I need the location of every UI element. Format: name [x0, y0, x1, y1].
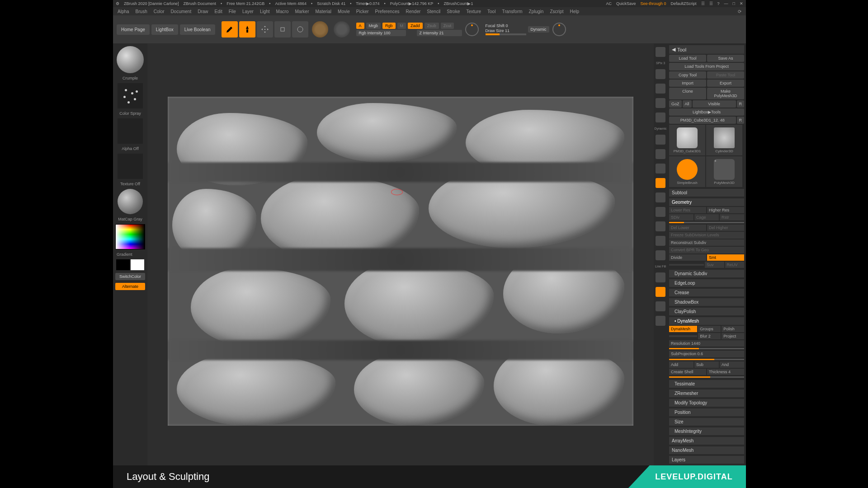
modifytopology-section[interactable]: Modify Topology [669, 399, 744, 407]
goz-button[interactable]: GoZ [669, 100, 682, 108]
dellower-button[interactable]: Del Lower [669, 225, 706, 231]
menu-marker[interactable]: Marker [295, 9, 309, 14]
menu-stroke[interactable]: Stroke [447, 9, 460, 14]
edgeloop-section[interactable]: EdgeLoop [669, 279, 744, 287]
subtool-section[interactable]: Subtool [669, 189, 744, 197]
menu-stencil[interactable]: Stencil [427, 9, 440, 14]
focalshift-label[interactable]: Focal Shift 0 [486, 23, 526, 28]
edit-mode-button[interactable] [222, 21, 238, 38]
layers-section[interactable]: Layers [669, 456, 744, 464]
spix-label[interactable]: SPix 3 [656, 61, 665, 65]
makepolymesh-button[interactable]: Make PolyMesh3D [707, 88, 744, 99]
homepage-button[interactable]: Home Page [117, 24, 150, 35]
local-icon[interactable] [656, 164, 665, 174]
divide-button[interactable]: Divide [669, 254, 706, 261]
menu-macro[interactable]: Macro [276, 9, 289, 14]
scale-mode-button[interactable] [274, 21, 291, 38]
seethrough-slider[interactable]: See-through 0 [640, 1, 666, 6]
collapse-icon[interactable]: ◀ [672, 47, 675, 52]
solo-icon[interactable] [656, 301, 665, 311]
persp-icon[interactable] [656, 135, 665, 145]
move-icon[interactable] [656, 221, 665, 231]
freeze-button[interactable]: Freeze SubDivision Levels [669, 232, 744, 239]
toolname-r-button[interactable]: R [737, 117, 745, 124]
subprojection-track[interactable] [669, 359, 744, 360]
frame-icon[interactable] [656, 207, 665, 217]
loadfromproject-button[interactable]: Load Tools From Project [669, 63, 744, 70]
material-preview[interactable] [118, 189, 143, 214]
subprojection-slider[interactable]: SubProjection 0.6 [669, 351, 744, 357]
pastetool-button[interactable]: Paste Tool [707, 71, 744, 79]
zcut-toggle[interactable]: Zcut [441, 23, 454, 29]
z-intensity-slider[interactable]: Z Intensity 21 [417, 30, 462, 36]
rotate-mode-button[interactable] [292, 21, 308, 38]
bpr-icon[interactable] [656, 47, 665, 57]
polyf-icon[interactable] [656, 272, 665, 282]
copytool-button[interactable]: Copy Tool [669, 71, 706, 79]
zoom-icon[interactable] [656, 84, 665, 94]
toolname-field[interactable]: PM3D_Cube3D1_12. 48 [669, 117, 736, 124]
ac-label[interactable]: AC [606, 1, 612, 6]
shadowbox-section[interactable]: ShadowBox [669, 298, 744, 306]
primary-color-swatch[interactable] [131, 259, 144, 270]
dynamic-icon[interactable] [656, 287, 665, 297]
tool-slot[interactable]: PM3D_Cube3D1 [669, 125, 705, 155]
help-icon[interactable]: ? [717, 1, 720, 6]
dynamicsubdiv-section[interactable]: Dynamic Subdiv [669, 270, 744, 277]
delhigher-button[interactable]: Del Higher [707, 225, 744, 231]
texture-preview[interactable] [118, 154, 143, 179]
position-section[interactable]: Position [669, 408, 744, 416]
drawsize-slider[interactable] [486, 33, 526, 35]
menu-document[interactable]: Document [171, 9, 192, 14]
brush-preview[interactable] [117, 46, 144, 73]
import-button[interactable]: Import [669, 80, 706, 87]
sdiv-slider[interactable]: SDiv [669, 214, 693, 221]
zsub-toggle[interactable]: Zsub [425, 23, 439, 29]
menu-render[interactable]: Render [406, 9, 421, 14]
menu-help[interactable]: Help [570, 9, 579, 14]
menu-icon[interactable]: ☰ [709, 1, 713, 6]
polish-toggle[interactable]: Polish [722, 326, 744, 332]
transp-icon[interactable] [656, 192, 665, 202]
lightbox-button[interactable]: LightBox [151, 24, 178, 35]
menu-movie[interactable]: Movie [338, 9, 350, 14]
menu-edit[interactable]: Edit [215, 9, 222, 14]
loadtool-button[interactable]: Load Tool [669, 55, 706, 62]
tool-slot[interactable]: SimpleBrush [669, 156, 705, 187]
menu-transform[interactable]: Transform [502, 9, 522, 14]
meshintegrity-section[interactable]: MeshIntegrity [669, 427, 744, 435]
groups-toggle[interactable]: Groups [698, 326, 721, 332]
project-toggle[interactable]: Project [722, 333, 744, 339]
switchcolor-button[interactable]: SwitchColor [115, 273, 145, 280]
viewport[interactable] [147, 43, 654, 465]
menu-alpha[interactable]: Alpha [118, 9, 129, 14]
gizmo-button[interactable] [334, 21, 350, 38]
menu-material[interactable]: Material [316, 9, 332, 14]
goz-visible-button[interactable]: Visible [693, 100, 736, 108]
m-toggle[interactable]: M [397, 23, 406, 29]
blur-field[interactable]: Blur 2 [698, 333, 721, 339]
xpose-icon[interactable] [656, 316, 665, 326]
zoom3d-icon[interactable] [656, 236, 665, 246]
rotate-icon[interactable] [656, 250, 665, 260]
xyz-icon[interactable] [656, 178, 665, 188]
resolution-track[interactable] [669, 348, 744, 349]
sculptris-button[interactable] [312, 21, 328, 38]
quicksave-button[interactable]: QuickSave [616, 1, 636, 6]
menu-picker[interactable]: Picker [356, 9, 369, 14]
secondary-color-swatch[interactable] [116, 259, 130, 270]
export-button[interactable]: Export [707, 80, 744, 87]
size-section[interactable]: Size [669, 418, 744, 426]
alternate-button[interactable]: Alternate [115, 283, 145, 290]
liveboolean-button[interactable]: Live Boolean [180, 24, 215, 35]
menu-texture[interactable]: Texture [466, 9, 481, 14]
rgb-intensity-slider[interactable]: Rgb Intensity 100 [356, 30, 406, 36]
color-picker[interactable] [115, 224, 145, 249]
lowerres-button[interactable]: Lower Res [669, 207, 706, 213]
nanomesh-section[interactable]: NanoMesh [669, 446, 744, 454]
crease-section[interactable]: Crease [669, 289, 744, 296]
add-button[interactable]: Add [669, 361, 693, 368]
dynamic-toggle[interactable]: Dynamic [528, 26, 549, 33]
focal-dial[interactable] [465, 23, 479, 36]
menu-preferences[interactable]: Preferences [375, 9, 400, 14]
